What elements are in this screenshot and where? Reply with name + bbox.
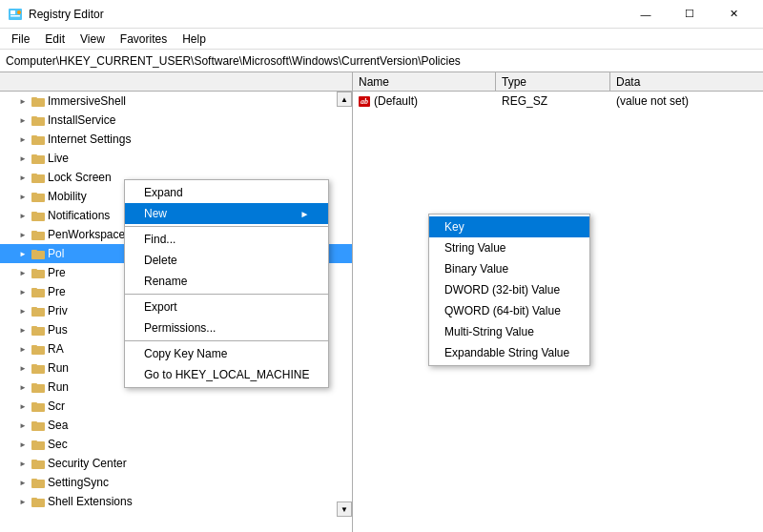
ctx-delete[interactable]: Delete [125,250,328,271]
folder-icon [31,265,46,280]
ctx-goto-local[interactable]: Go to HKEY_LOCAL_MACHINE [125,364,328,385]
submenu-key[interactable]: Key [429,216,589,237]
tree-item-live[interactable]: ► Live [0,149,352,168]
context-menu: Expand New ► Find... Delete Rename Expor… [124,179,329,388]
address-bar: Computer\HKEY_CURRENT_USER\Software\Micr… [0,50,763,72]
svg-rect-1 [10,10,15,14]
title-bar-controls: — ☐ ✕ [624,0,755,29]
ctx-new[interactable]: New ► [125,203,328,224]
svg-rect-31 [31,345,37,348]
menu-view[interactable]: View [72,31,113,48]
ctx-export[interactable]: Export [125,297,328,317]
folder-icon [31,456,46,471]
svg-rect-25 [31,288,37,291]
tree-item-installservice[interactable]: ► InstallService [0,111,352,130]
menu-edit[interactable]: Edit [37,31,72,48]
address-path: Computer\HKEY_CURRENT_USER\Software\Micr… [6,54,461,68]
tree-item-sea[interactable]: ► Sea [0,416,352,435]
ctx-permissions[interactable]: Permissions... [125,317,328,338]
submenu-string-value[interactable]: String Value [429,237,589,258]
tree-label: Pre [48,285,66,298]
tree-header [0,72,352,92]
svg-rect-2 [10,15,20,17]
chevron-right-icon: ► [15,494,31,509]
tree-item-shellextensions[interactable]: ► Shell Extensions [0,492,352,511]
folder-icon [31,379,46,395]
folder-icon [31,93,46,109]
ctx-copy-key-name[interactable]: Copy Key Name [125,343,328,364]
svg-rect-27 [31,307,37,310]
tree-item-securitycenter[interactable]: ► Security Center [0,454,352,473]
folder-icon [31,475,46,490]
tree-label: Internet Settings [48,133,131,146]
title-bar-left: Registry Editor [8,7,104,22]
chevron-right-icon: ► [15,189,31,204]
title-text: Registry Editor [29,8,104,21]
ctx-expand[interactable]: Expand [125,182,328,203]
chevron-right-icon: ► [15,151,31,166]
folder-icon [31,189,46,204]
folder-icon [31,303,46,318]
submenu-binary-value[interactable]: Binary Value [429,258,589,279]
tree-label: Pus [48,323,68,337]
tree-item-settingsync[interactable]: ► SettingSync [0,473,352,492]
submenu-dword-value[interactable]: DWORD (32-bit) Value [429,279,589,300]
minimize-button[interactable]: — [624,0,668,29]
column-header-data: Data [610,72,763,92]
folder-icon [31,208,46,223]
submenu-qword-value[interactable]: QWORD (64-bit) Value [429,300,589,321]
tree-label: Live [48,152,69,165]
tree-label: Security Center [48,457,127,470]
tree-item-immersiveshell[interactable]: ► ImmersiveShell [0,92,352,111]
ctx-find[interactable]: Find... [125,229,328,250]
registry-editor-icon [8,7,23,22]
submenu: Key String Value Binary Value DWORD (32-… [428,214,590,366]
registry-name-cell: ab (Default) [353,94,496,108]
tree-scroll-up[interactable]: ▲ [337,92,352,107]
menu-favorites[interactable]: Favorites [113,31,175,48]
submenu-multi-string-value[interactable]: Multi-String Value [429,321,589,342]
folder-icon [31,360,46,376]
chevron-right-icon: ► [15,322,31,338]
svg-rect-7 [31,116,37,119]
chevron-right-icon: ► [15,227,31,242]
chevron-right-icon: ► [15,360,31,376]
submenu-expandable-string-value[interactable]: Expandable String Value [429,342,589,363]
right-panel-header: Name Type Data [353,72,763,92]
svg-rect-37 [31,402,37,405]
main-content: ► ImmersiveShell ► InstallService ► [0,72,763,532]
tree-item-sec[interactable]: ► Sec [0,435,352,454]
svg-rect-47 [31,498,37,501]
chevron-right-icon: ► [15,437,31,452]
chevron-right-icon: ► [15,456,31,471]
chevron-right-icon: ► [15,132,31,147]
tree-label: InstallService [48,113,115,127]
folder-icon [31,170,46,185]
ab-icon: ab [359,96,370,107]
folder-icon [31,437,46,452]
maximize-button[interactable]: ☐ [668,0,711,29]
folder-icon [31,151,46,166]
chevron-right-icon: ► [15,341,31,357]
tree-item-internetsettings[interactable]: ► Internet Settings [0,130,352,149]
folder-icon [31,227,46,242]
ctx-rename[interactable]: Rename [125,271,328,292]
menu-file[interactable]: File [4,31,37,48]
tree-scroll-down[interactable]: ▼ [337,501,352,517]
tree-label: Run [48,361,69,375]
close-button[interactable]: ✕ [711,0,755,29]
title-bar: Registry Editor — ☐ ✕ [0,0,763,29]
svg-rect-13 [31,174,37,176]
registry-row-default[interactable]: ab (Default) REG_SZ (value not set) [353,92,763,111]
tree-item-scr[interactable]: ► Scr [0,397,352,416]
tree-label: Run [48,380,69,394]
folder-icon [31,341,46,357]
tree-label: RA [48,342,64,356]
menu-help[interactable]: Help [175,31,214,48]
tree-label: Priv [48,304,68,317]
submenu-arrow-icon: ► [300,209,310,219]
folder-icon [31,418,46,433]
svg-rect-43 [31,460,37,462]
chevron-right-icon: ► [15,303,31,318]
svg-rect-23 [31,269,37,272]
